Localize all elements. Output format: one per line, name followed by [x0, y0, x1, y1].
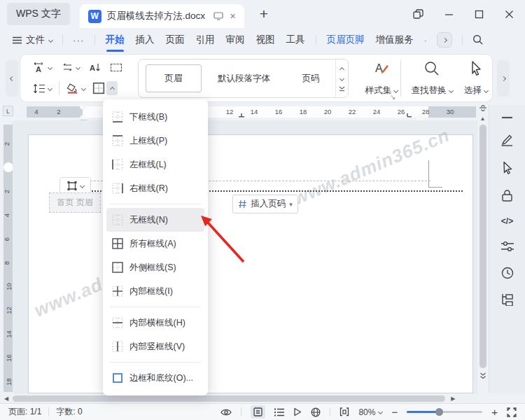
text-border-button[interactable] — [111, 64, 122, 71]
eye-icon[interactable] — [220, 408, 232, 416]
chevron-down-icon — [76, 64, 80, 69]
character-scale-button[interactable]: A — [33, 62, 52, 73]
menu-item-no-border[interactable]: 无框线(N) — [106, 208, 204, 232]
ribbon-scroll-left[interactable] — [6, 60, 18, 97]
tab-home[interactable]: 开始 — [105, 32, 125, 48]
split-view-icon[interactable] — [479, 105, 486, 111]
text-direction-button[interactable] — [62, 62, 80, 72]
tab-value-added[interactable]: 增值服务 — [375, 32, 414, 48]
search-icon[interactable] — [472, 34, 484, 46]
tab-review[interactable]: 审阅 — [225, 32, 246, 48]
scroll-left-arrow[interactable]: ◀ — [4, 396, 8, 402]
code-icon[interactable]: </> — [501, 216, 513, 226]
page-view-button[interactable] — [251, 405, 265, 419]
menu-item-all-borders[interactable]: 所有框线(A) — [103, 232, 208, 255]
menu-item-inside-horizontal-border[interactable]: 内部横框线(H) — [103, 311, 208, 335]
menu-item-inside-borders[interactable]: 内部框线(I) — [103, 279, 208, 303]
chevron-down-icon — [393, 88, 398, 93]
menu-item-top-border[interactable]: 上框线(P) — [103, 129, 208, 153]
history-clock-icon[interactable] — [501, 267, 514, 279]
zoom-out-button[interactable]: − — [391, 406, 398, 418]
line-spacing-button[interactable] — [33, 83, 52, 94]
tab-header-footer[interactable]: 页眉页脚 — [326, 32, 365, 48]
lock-icon[interactable] — [501, 189, 513, 202]
file-menu[interactable]: 文件 — [13, 34, 52, 46]
shading-button[interactable] — [66, 83, 85, 94]
tab-insert[interactable]: 插入 — [135, 32, 155, 48]
style-gallery: 页眉 默认段落字体 页码 — [138, 59, 349, 98]
zoom-slider[interactable] — [407, 411, 482, 413]
cursor-select-icon[interactable] — [501, 161, 514, 174]
close-tab-icon[interactable]: × — [230, 10, 236, 22]
insert-page-number-button[interactable]: 插入页码 ▾ — [232, 195, 298, 214]
wps-app-tab[interactable]: WPS 文字 — [7, 3, 70, 25]
find-replace-group[interactable]: 查找替换 — [407, 57, 457, 99]
margin-corner-mark — [428, 187, 442, 188]
web-layout-button[interactable] — [311, 407, 321, 417]
tab-tools[interactable]: 工具 — [286, 32, 306, 48]
windows-stack-icon[interactable] — [413, 9, 424, 19]
fit-page-button[interactable] — [340, 407, 349, 416]
divider — [330, 407, 330, 416]
menu-item-borders-and-shading[interactable]: 边框和底纹(O)... — [103, 366, 208, 390]
page-indicator[interactable]: 页面: 1/1 — [8, 406, 41, 418]
vertical-scrollbar[interactable]: ▲ — [477, 105, 489, 393]
menu-item-inside-vertical-border[interactable]: 内部竖框线(V) — [103, 335, 208, 358]
document-tab[interactable]: W 页眉横线去掉方法.docx × — [80, 4, 244, 28]
menu-item-right-border[interactable]: 右框线(R) — [103, 176, 208, 200]
zoom-level-select[interactable]: 80% — [358, 407, 382, 417]
settings-sliders-icon[interactable] — [501, 241, 514, 252]
sort-button[interactable]: A — [90, 62, 101, 73]
horizontal-ruler[interactable]: 4 2 12 14 16 18 20 22 24 26 28 30 — [27, 106, 476, 118]
close-window-button[interactable] — [505, 10, 514, 19]
tab-stop-marker[interactable] — [239, 113, 244, 118]
document-page[interactable]: www.admin365.cn www.admin365.cn 首页 页眉 插入… — [28, 134, 473, 393]
ribbon-scroll-right[interactable] — [497, 60, 510, 97]
new-tab-button[interactable]: + — [260, 6, 268, 22]
menu-item-left-border[interactable]: 左框线(L) — [103, 153, 208, 176]
outline-tree-icon[interactable] — [501, 294, 514, 306]
gallery-item-default-font[interactable]: 默认段落字体 — [202, 73, 286, 85]
ruler-margin-handle[interactable] — [4, 162, 13, 172]
gallery-item-page-number[interactable]: 页码 — [286, 73, 335, 85]
gallery-scroll-down[interactable] — [340, 76, 344, 81]
more-tabs-button[interactable] — [437, 32, 452, 48]
read-mode-button[interactable] — [293, 407, 302, 416]
tab-stop-marker[interactable] — [407, 113, 412, 118]
tab-reference[interactable]: 引用 — [195, 32, 216, 48]
menu-item-bottom-border[interactable]: 下框线(B) — [103, 105, 208, 129]
ruler-number: 16 — [275, 108, 283, 115]
select-group[interactable]: 选择 — [460, 57, 492, 99]
scroll-up-arrow[interactable]: ▲ — [480, 115, 486, 122]
vertical-ruler[interactable]: 2 2 4 6 8 10 12 14 16 18 — [4, 125, 13, 392]
gallery-expand[interactable] — [339, 86, 345, 92]
zoom-slider-knob[interactable] — [435, 408, 443, 416]
menu-item-outside-borders[interactable]: 外侧框线(S) — [103, 255, 208, 279]
gallery-scroll-up[interactable] — [340, 67, 344, 72]
zoom-in-button[interactable]: + — [491, 406, 498, 418]
scroll-right-arrow[interactable]: ▶ — [451, 396, 455, 402]
maximize-button[interactable] — [475, 10, 484, 19]
title-bar: WPS 文字 W 页眉横线去掉方法.docx × + — [0, 0, 525, 28]
borders-button[interactable] — [92, 81, 118, 95]
word-count[interactable]: 字数: 0 — [56, 406, 82, 418]
borders-dropdown-caret[interactable] — [106, 81, 118, 95]
tab-view[interactable]: 视图 — [255, 32, 276, 48]
outline-view-button[interactable] — [274, 408, 284, 416]
signature-pen-icon[interactable] — [500, 134, 514, 146]
tab-page[interactable]: 页面 — [165, 32, 186, 48]
next-page-button[interactable] — [479, 372, 486, 379]
horizontal-scrollbar[interactable]: ◀ ▶ — [0, 393, 477, 403]
fullscreen-button[interactable] — [507, 407, 517, 417]
dialog-launcher-icon[interactable]: ↘ — [390, 93, 396, 101]
tab-type-selector[interactable]: L — [3, 106, 13, 116]
collapse-icon[interactable] — [502, 116, 512, 119]
gallery-item-header[interactable]: 页眉 — [146, 64, 202, 92]
minimize-button[interactable] — [444, 10, 454, 19]
scrollbar-thumb[interactable] — [479, 125, 486, 368]
more-menu-button[interactable]: ··· — [73, 35, 85, 46]
monitor-icon[interactable] — [214, 12, 223, 20]
header-options-button[interactable] — [59, 177, 91, 194]
scrollbar-thumb[interactable] — [13, 396, 445, 402]
border-all-icon — [112, 238, 123, 249]
